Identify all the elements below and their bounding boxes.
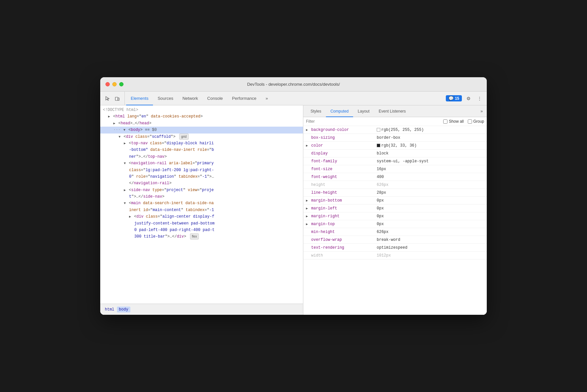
cursor-icon-button[interactable] xyxy=(103,94,112,103)
table-row[interactable]: font-weight 400 xyxy=(303,173,487,181)
tab-console[interactable]: Console xyxy=(203,92,228,105)
table-row[interactable]: ▶ margin-top 0px xyxy=(303,220,487,228)
expand-arrow-icon[interactable]: ▶ xyxy=(108,115,110,118)
collapse-arrow-icon[interactable]: ▼ xyxy=(124,162,126,165)
list-item[interactable]: ▶ <head>…</head> xyxy=(100,120,303,127)
tab-styles[interactable]: Styles xyxy=(306,106,326,117)
expand-arrow-icon[interactable]: ▶ xyxy=(113,122,115,125)
prop-name: height xyxy=(311,183,377,187)
list-item[interactable]: ··· ▼ <body> == $0 xyxy=(100,127,303,133)
maximize-button[interactable] xyxy=(119,82,123,86)
computed-panel: Styles Computed Layout Event Listeners »… xyxy=(303,105,487,315)
expand-arrow-icon[interactable]: ▶ xyxy=(306,144,311,148)
breadcrumb-body[interactable]: body xyxy=(117,307,130,312)
list-item[interactable]: inert id="main-content" tabindex="-1 xyxy=(100,207,303,213)
list-item[interactable]: class="lg:pad-left-200 lg:pad-right- xyxy=(100,167,303,173)
group-checkbox-label[interactable]: Group xyxy=(468,119,484,124)
chat-badge[interactable]: 💬 15 xyxy=(446,95,462,101)
tab-performance[interactable]: Performance xyxy=(227,92,261,105)
table-row[interactable]: overflow-wrap break-word xyxy=(303,236,487,244)
table-row[interactable]: ▶ margin-right 0px xyxy=(303,212,487,220)
prop-value: system-ui, -apple-syst xyxy=(377,159,484,164)
tab-network[interactable]: Network xyxy=(178,92,203,105)
show-all-checkbox[interactable] xyxy=(443,119,447,124)
prop-value: rgb(255, 255, 255) xyxy=(377,128,484,132)
list-item[interactable]: 300 title-bar">…</div> flex xyxy=(100,233,303,240)
settings-button[interactable]: ⚙ xyxy=(464,94,473,103)
list-item[interactable]: <!DOCTYPE html> xyxy=(100,107,303,113)
prop-value: block xyxy=(377,151,484,156)
list-item[interactable]: 0 pad-left-400 pad-right-400 pad-t xyxy=(100,227,303,233)
filter-input[interactable] xyxy=(306,119,441,124)
table-row[interactable]: ▶ margin-left 0px xyxy=(303,205,487,212)
list-item[interactable]: ▼ <main data-search-inert data-side-na xyxy=(100,200,303,206)
toolbar-right: 💬 15 ⚙ ⋮ xyxy=(446,92,484,105)
list-item[interactable]: t">…</side-nav> xyxy=(100,193,303,200)
group-checkbox[interactable] xyxy=(468,119,472,124)
expand-arrow-icon[interactable]: ▶ xyxy=(129,215,131,219)
table-row[interactable]: font-family system-ui, -apple-syst xyxy=(303,157,487,165)
expand-arrow-icon[interactable]: ▶ xyxy=(124,188,126,192)
close-button[interactable] xyxy=(105,82,110,86)
breadcrumb-html[interactable]: html xyxy=(103,307,116,312)
list-item[interactable]: ▼ <navigation-rail aria-label="primary xyxy=(100,160,303,167)
table-row[interactable]: width 1012px xyxy=(303,252,487,259)
tab-elements[interactable]: Elements xyxy=(126,92,153,105)
more-tabs-icon[interactable]: » xyxy=(479,105,484,117)
color-swatch xyxy=(377,144,380,147)
list-item[interactable]: </navigation-rail> xyxy=(100,180,303,187)
computed-properties[interactable]: ▶ background-color rgb(255, 255, 255) bo… xyxy=(303,126,487,315)
tab-event-listeners[interactable]: Event Listeners xyxy=(374,106,410,117)
title-bar: DevTools - developer.chrome.com/docs/dev… xyxy=(100,77,487,92)
collapse-arrow-icon[interactable]: ▼ xyxy=(124,202,126,205)
expand-arrow-icon[interactable]: ▶ xyxy=(306,214,311,218)
table-row[interactable]: box-sizing border-box xyxy=(303,134,487,142)
list-item[interactable]: ▼ <div class="scaffold"> grid xyxy=(100,134,303,140)
expand-arrow-icon[interactable]: ▶ xyxy=(124,142,126,145)
collapse-arrow-icon[interactable]: ▼ xyxy=(119,135,121,139)
list-item[interactable]: ▶ <html lang="en" data-cookies-accepted> xyxy=(100,113,303,120)
device-icon-button[interactable] xyxy=(113,94,122,103)
expand-arrow-icon[interactable]: ▶ xyxy=(306,206,311,210)
collapse-arrow-icon[interactable]: ▼ xyxy=(123,128,125,132)
tab-computed[interactable]: Computed xyxy=(326,106,353,117)
show-all-label: Show all xyxy=(449,119,464,124)
expand-arrow-icon[interactable]: ▶ xyxy=(306,222,311,226)
prop-name: box-sizing xyxy=(311,135,377,140)
prop-name: min-height xyxy=(311,230,377,234)
layout-badge: grid xyxy=(179,134,189,140)
table-row[interactable]: font-size 16px xyxy=(303,165,487,173)
list-item[interactable]: ner">…</top-nav> xyxy=(100,153,303,160)
list-item[interactable]: -bottom" data-side-nav-inert role="b xyxy=(100,147,303,153)
table-row[interactable]: min-height 626px xyxy=(303,228,487,236)
show-all-checkbox-label[interactable]: Show all xyxy=(443,119,464,124)
table-row[interactable]: display block xyxy=(303,150,487,157)
devtools-window: DevTools - developer.chrome.com/docs/dev… xyxy=(100,77,487,315)
table-row[interactable]: text-rendering optimizespeed xyxy=(303,244,487,252)
prop-value: 626px xyxy=(377,230,484,234)
prop-value: 400 xyxy=(377,175,484,179)
table-row[interactable]: ▶ margin-bottom 0px xyxy=(303,197,487,205)
list-item[interactable]: ▶ <side-nav type="project" view="proje xyxy=(100,187,303,193)
elements-panel: <!DOCTYPE html> ▶ <html lang="en" data-c… xyxy=(100,105,303,315)
tab-sources[interactable]: Sources xyxy=(153,92,178,105)
prop-value: 16px xyxy=(377,167,484,171)
list-item[interactable]: justify-content-between pad-bottom xyxy=(100,220,303,227)
expand-arrow-icon[interactable]: ▶ xyxy=(306,128,311,132)
minimize-button[interactable] xyxy=(112,82,117,86)
prop-value: 28px xyxy=(377,190,484,195)
chat-icon: 💬 xyxy=(448,96,454,101)
elements-content[interactable]: <!DOCTYPE html> ▶ <html lang="en" data-c… xyxy=(100,105,303,304)
prop-name: font-weight xyxy=(311,175,377,179)
table-row[interactable]: ▶ background-color rgb(255, 255, 255) xyxy=(303,126,487,134)
more-options-button[interactable]: ⋮ xyxy=(475,94,484,103)
table-row[interactable]: height 626px xyxy=(303,181,487,189)
list-item[interactable]: 0" role="navigation" tabindex="-1">… xyxy=(100,173,303,180)
expand-arrow-icon[interactable]: ▶ xyxy=(306,199,311,203)
list-item[interactable]: ▶ <div class="align-center display-f xyxy=(100,213,303,220)
list-item[interactable]: ▶ <top-nav class="display-block hairli xyxy=(100,140,303,147)
tab-layout[interactable]: Layout xyxy=(353,106,374,117)
tab-more[interactable]: » xyxy=(261,92,273,105)
table-row[interactable]: ▶ color rgb(32, 33, 36) xyxy=(303,142,487,150)
table-row[interactable]: line-height 28px xyxy=(303,189,487,197)
